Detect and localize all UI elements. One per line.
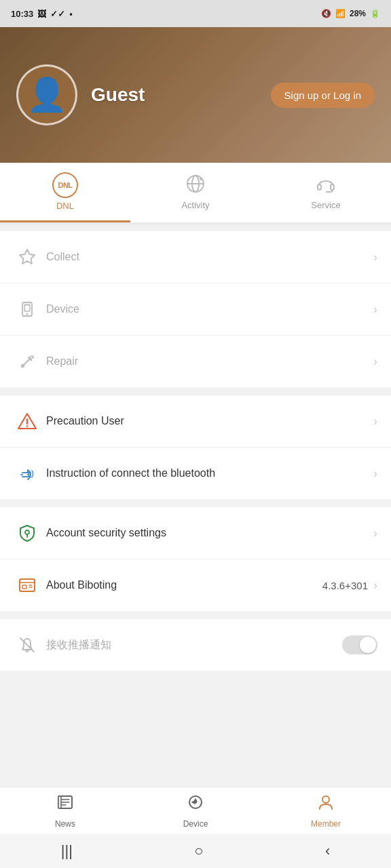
battery-icon: 🔋 bbox=[370, 9, 380, 18]
nav-news-label: News bbox=[55, 819, 75, 829]
biboting-icon bbox=[14, 572, 41, 599]
bottom-nav: News Device Member bbox=[0, 787, 391, 834]
menu-item-bluetooth[interactable]: Instruction of connect the bluetooth › bbox=[0, 448, 391, 499]
bluetooth-icon bbox=[14, 460, 41, 487]
status-left: 10:33 🖼 ✓✓ • bbox=[11, 9, 73, 19]
bell-slash-icon bbox=[14, 631, 41, 658]
tab-activity-label: Activity bbox=[181, 200, 209, 210]
time-display: 10:33 bbox=[11, 9, 33, 19]
activity-icon bbox=[185, 173, 206, 197]
menu-item-notifications[interactable]: 接收推播通知 bbox=[0, 619, 391, 671]
repair-icon bbox=[14, 348, 41, 375]
precaution-label: Precaution User bbox=[46, 415, 373, 427]
tab-bar: DNL DNL Activity Service bbox=[0, 163, 391, 223]
repair-label: Repair bbox=[46, 355, 373, 368]
repair-chevron: › bbox=[373, 355, 377, 369]
svg-point-16 bbox=[25, 530, 29, 534]
svg-rect-28 bbox=[58, 796, 61, 808]
tab-service[interactable]: Service bbox=[261, 163, 391, 222]
svg-point-15 bbox=[26, 425, 29, 427]
menu-item-security[interactable]: Account security settings › bbox=[0, 507, 391, 559]
sys-back-button[interactable]: ‹ bbox=[320, 837, 335, 865]
menu-section-1: Collect › Device › Repair › bbox=[0, 231, 391, 387]
svg-point-31 bbox=[322, 796, 329, 803]
security-label: Account security settings bbox=[46, 527, 373, 539]
svg-rect-5 bbox=[331, 184, 334, 190]
collect-chevron: › bbox=[373, 250, 377, 264]
dot-indicator: • bbox=[69, 9, 73, 19]
system-nav: ||| ○ ‹ bbox=[0, 834, 391, 868]
nav-device[interactable]: Device bbox=[130, 787, 261, 834]
menu-item-precaution[interactable]: Precaution User › bbox=[0, 395, 391, 448]
menu-item-collect[interactable]: Collect › bbox=[0, 231, 391, 283]
wifi-icon: 📶 bbox=[335, 9, 346, 18]
avatar: 👤 bbox=[16, 64, 77, 125]
menu-item-about[interactable]: About Biboting 4.3.6+301 › bbox=[0, 559, 391, 611]
toggle-thumb bbox=[360, 637, 376, 653]
member-icon bbox=[316, 793, 335, 816]
warning-icon bbox=[14, 408, 41, 435]
nav-news[interactable]: News bbox=[0, 787, 130, 834]
precaution-chevron: › bbox=[373, 414, 377, 429]
nav-member-label: Member bbox=[311, 819, 341, 829]
shield-icon bbox=[14, 519, 41, 547]
signup-button[interactable]: Sign up or Log in bbox=[271, 83, 375, 108]
dnl-icon: DNL bbox=[52, 172, 78, 198]
svg-point-30 bbox=[194, 801, 197, 804]
svg-rect-4 bbox=[318, 184, 321, 190]
profile-content: 👤 Guest Sign up or Log in bbox=[16, 64, 375, 125]
collect-label: Collect bbox=[46, 251, 373, 263]
profile-name: Guest bbox=[91, 84, 271, 106]
menu-section-4: 接收推播通知 bbox=[0, 619, 391, 671]
tab-dnl[interactable]: DNL DNL bbox=[0, 163, 130, 222]
device-chevron: › bbox=[373, 302, 377, 317]
notifications-label: 接收推播通知 bbox=[46, 638, 342, 652]
bluetooth-chevron: › bbox=[373, 467, 377, 481]
notifications-toggle[interactable] bbox=[342, 635, 377, 654]
about-version: 4.3.6+301 bbox=[322, 580, 368, 591]
battery-display: 28% bbox=[350, 9, 366, 18]
svg-point-9 bbox=[26, 313, 29, 315]
collect-icon bbox=[14, 243, 41, 271]
status-bar: 10:33 🖼 ✓✓ • 🔇 📶 28% 🔋 bbox=[0, 0, 391, 27]
menu-item-repair[interactable]: Repair › bbox=[0, 336, 391, 387]
svg-point-3 bbox=[200, 178, 202, 180]
tab-dnl-label: DNL bbox=[56, 201, 74, 211]
menu-section-2: Precaution User › Instruction of connect… bbox=[0, 395, 391, 499]
sys-home-button[interactable]: ○ bbox=[189, 837, 208, 865]
svg-marker-7 bbox=[20, 250, 35, 264]
news-icon bbox=[56, 793, 75, 816]
menu-item-device[interactable]: Device › bbox=[0, 283, 391, 336]
bluetooth-label: Instruction of connect the bluetooth bbox=[46, 467, 373, 479]
tab-service-label: Service bbox=[311, 200, 340, 210]
status-right: 🔇 📶 28% 🔋 bbox=[321, 9, 380, 18]
menu-section-3: Account security settings › About Biboti… bbox=[0, 507, 391, 611]
svg-rect-20 bbox=[22, 585, 26, 589]
nav-device-label: Device bbox=[183, 819, 208, 829]
security-chevron: › bbox=[373, 526, 377, 540]
avatar-icon: 👤 bbox=[26, 79, 67, 111]
svg-rect-10 bbox=[24, 305, 30, 311]
nav-member[interactable]: Member bbox=[261, 787, 391, 834]
service-icon bbox=[315, 173, 337, 197]
nav-device-icon bbox=[186, 793, 205, 816]
mute-icon: 🔇 bbox=[321, 9, 331, 18]
about-label: About Biboting bbox=[46, 579, 322, 591]
photo-icon: 🖼 bbox=[37, 9, 46, 19]
device-label: Device bbox=[46, 303, 373, 315]
device-icon bbox=[14, 296, 41, 323]
about-chevron: › bbox=[373, 578, 377, 593]
sys-menu-button[interactable]: ||| bbox=[56, 837, 78, 865]
check-icon: ✓✓ bbox=[50, 9, 65, 19]
tab-activity[interactable]: Activity bbox=[130, 163, 261, 222]
profile-header: 👤 Guest Sign up or Log in bbox=[0, 27, 391, 163]
